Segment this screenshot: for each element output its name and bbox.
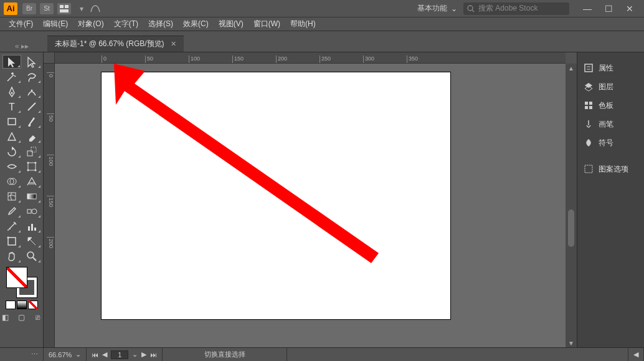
zoom-level[interactable]: 66.67% ⌄ [44,348,87,361]
svg-rect-40 [585,102,588,105]
svg-rect-44 [585,165,592,173]
workspace-switcher[interactable]: 基本功能 ⌄ [411,3,463,14]
bridge-icon[interactable]: Br [22,3,36,14]
ruler-vertical[interactable]: 050100150200 [44,64,55,347]
symbol-sprayer-tool[interactable] [2,219,21,233]
ai-logo: Ai [4,2,17,15]
menu-window[interactable]: 窗口(W) [253,19,280,29]
svg-rect-26 [28,226,30,231]
ruler-horizontal[interactable]: 050100150200250300350 [55,52,566,64]
ruler-h-tick: 100 [189,55,200,63]
curvature-tool[interactable] [22,85,41,99]
status-bar: ⋯ 66.67% ⌄ ⏮ ◀ 1 ⌄ ▶ ⏭ 切换直接选择 ◀ [0,347,644,361]
window-buttons: — ☐ ✕ [577,2,640,16]
nav-prev-icon[interactable]: ◀ [102,350,107,359]
blend-tool[interactable] [22,205,41,218]
tools-tray-toggle[interactable]: « ▸▸ [0,41,44,52]
fill-swatch[interactable] [6,267,27,288]
eyedropper-tool[interactable] [2,205,21,218]
search-icon [467,5,475,12]
minimize-button[interactable]: — [577,2,598,16]
menu-edit[interactable]: 编辑(E) [43,19,68,29]
gpu-icon[interactable] [88,3,102,14]
svg-rect-22 [27,209,31,213]
nav-next-icon[interactable]: ▶ [141,350,146,359]
expand-icon[interactable]: ⋯ [31,350,38,359]
artboard[interactable] [102,72,450,319]
maximize-button[interactable]: ☐ [598,2,619,16]
scale-tool[interactable] [22,145,41,158]
selection-tool[interactable] [2,55,21,69]
app-header: Ai Br St ▾ 基本功能 ⌄ 搜索 Adobe Stock — ☐ ✕ [0,0,644,17]
scroll-down-icon[interactable]: ▼ [568,339,574,347]
pen-tool[interactable] [2,85,21,99]
menu-file[interactable]: 文件(F) [9,19,33,29]
panel-label: 属性 [599,63,613,74]
panel-properties[interactable]: 属性 [577,59,644,77]
scroll-left-icon[interactable]: ◀ [633,350,638,359]
fill-stroke-swatch[interactable] [6,267,37,298]
change-screen-icon[interactable]: ⎚ [31,312,45,323]
panel-pattern-options[interactable]: 图案选项 [577,160,644,178]
menu-view[interactable]: 视图(V) [219,19,244,29]
menu-object[interactable]: 对象(O) [78,19,103,29]
canvas-area[interactable] [55,64,566,347]
eraser-tool[interactable] [22,130,41,143]
gradient-tool[interactable] [22,190,41,203]
screen-mode-icon[interactable]: ▢ [15,312,29,323]
color-mode-icon[interactable] [6,301,16,309]
vertical-scrollbar[interactable]: ▲ ▼ [566,64,577,347]
svg-point-16 [27,170,29,171]
draw-mode-icon[interactable]: ◧ [0,312,12,323]
magic-wand-tool[interactable] [2,70,21,84]
menu-type[interactable]: 文字(T) [114,19,138,29]
arrange-docs-icon[interactable] [57,3,71,14]
menu-help[interactable]: 帮助(H) [290,19,316,29]
document-tab[interactable]: 未标题-1* @ 66.67% (RGB/预览) ✕ [47,36,184,52]
none-mode-icon[interactable] [28,301,38,309]
line-tool[interactable] [22,100,41,113]
scroll-thumb[interactable] [568,209,574,247]
search-input[interactable]: 搜索 Adobe Stock [463,2,569,15]
close-tab-icon[interactable]: ✕ [171,40,176,48]
shape-builder-tool[interactable] [2,175,21,188]
svg-rect-28 [34,228,36,231]
rectangle-tool[interactable] [2,115,21,128]
scroll-up-icon[interactable]: ▲ [568,64,574,72]
stock-icon[interactable]: St [40,3,54,14]
ruler-corner[interactable] [44,52,55,64]
panel-layers[interactable]: 图层 [577,77,644,96]
nav-last-icon[interactable]: ⏭ [150,351,157,359]
right-panels: 属性 图层 色板 画笔 符号 图案选项 [577,52,644,347]
canvas-wrap: 050100150200250300350 050100150200 ▲ ▼ [44,52,577,347]
gradient-mode-icon[interactable] [17,301,27,309]
menu-effect[interactable]: 效果(C) [183,19,209,29]
mesh-tool[interactable] [2,190,21,203]
layers-icon [584,82,594,92]
hand-tool[interactable] [2,249,21,263]
artboard-tool[interactable] [2,234,21,248]
panel-symbols[interactable]: 符号 [577,133,644,152]
paintbrush-tool[interactable] [22,115,41,128]
perspective-grid-tool[interactable] [22,175,41,188]
rotate-tool[interactable] [2,145,21,158]
artboard-number[interactable]: 1 [111,350,128,359]
chevron-down-icon[interactable]: ▾ [75,4,88,13]
graph-tool[interactable] [22,219,41,233]
lasso-tool[interactable] [22,70,41,84]
artboard-nav[interactable]: ⏮ ◀ 1 ⌄ ▶ ⏭ [87,348,163,361]
shaper-tool[interactable] [2,130,21,143]
search-placeholder: 搜索 Adobe Stock [478,3,537,14]
panel-brushes[interactable]: 画笔 [577,115,644,133]
free-transform-tool[interactable] [22,160,41,173]
type-tool[interactable]: T [2,100,21,113]
menu-select[interactable]: 选择(S) [148,19,173,29]
zoom-tool[interactable] [22,249,41,263]
close-button[interactable]: ✕ [619,2,640,16]
direct-selection-tool[interactable] [22,55,41,69]
nav-first-icon[interactable]: ⏮ [92,351,98,359]
width-tool[interactable] [2,160,21,173]
slice-tool[interactable] [22,234,41,248]
ruler-v-tick: 0 [47,72,54,77]
panel-swatches[interactable]: 色板 [577,96,644,115]
